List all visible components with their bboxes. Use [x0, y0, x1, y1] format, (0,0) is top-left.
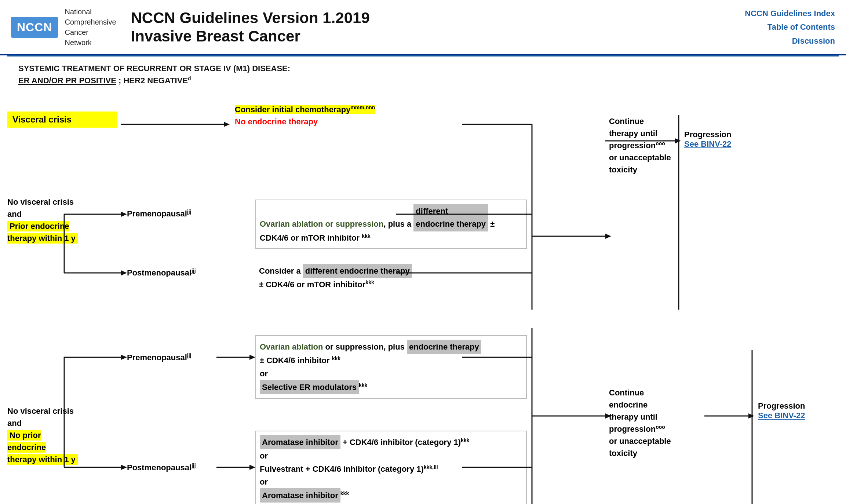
svg-marker-18	[121, 355, 127, 360]
header: NCCN National Comprehensive Cancer Netwo…	[0, 0, 846, 55]
see-binv22-link-1[interactable]: See BINV-22	[684, 139, 731, 149]
nccn-guidelines-index-link[interactable]: NCCN Guidelines Index	[745, 7, 835, 20]
ovarian-ablation-2-block: Ovarian ablation or suppression, plus en…	[255, 335, 527, 399]
visceral-crisis-row: Visceral crisis	[7, 112, 117, 128]
section-title: SYSTEMIC TREATMENT OF RECURRENT OR STAGE…	[7, 56, 839, 90]
page-content: SYSTEMIC TREATMENT OF RECURRENT OR STAGE…	[0, 56, 846, 90]
see-binv22-link-2[interactable]: See BINV-22	[758, 411, 805, 420]
postmenopausal-2-row: Postmenopausaljjj	[127, 462, 196, 472]
premenopausal-1-row: Premenopausaljjj	[127, 209, 192, 219]
postmeno-therapy-1-block: Consider a different endocrine therapy± …	[255, 260, 527, 295]
premenopausal-2-row: Premenopausaljjj	[127, 352, 192, 362]
progression-1: Progression See BINV-22	[684, 130, 758, 149]
postmenopausal-1-row: Postmenopausaljjj	[127, 267, 196, 277]
svg-marker-24	[249, 465, 255, 470]
no-endocrine-label: No endocrine therapy	[235, 117, 318, 126]
svg-marker-9	[121, 270, 127, 275]
ovarian-ablation-1-block: Ovarian ablation or suppression, plus a …	[255, 200, 527, 249]
discussion-link[interactable]: Discussion	[745, 34, 835, 48]
svg-marker-20	[121, 465, 127, 470]
postmeno-2-block: Aromatase inhibitor + CDK4/6 inhibitor (…	[255, 431, 527, 504]
svg-marker-31	[748, 413, 754, 419]
svg-marker-22	[249, 355, 255, 360]
chemo-treatment-block: Consider initial chemotherapymmm,nnn No …	[230, 101, 457, 131]
svg-marker-15	[605, 234, 611, 239]
no-visceral-prior-label: No visceral crisisandPrior endocrinether…	[7, 196, 117, 244]
svg-marker-1	[224, 122, 230, 127]
page-wrapper: NCCN National Comprehensive Cancer Netwo…	[0, 0, 846, 90]
header-nav: NCCN Guidelines Index Table of Contents …	[745, 7, 835, 48]
progression-2: Progression See BINV-22	[758, 401, 831, 420]
continue-therapy-1: Continuetherapy untilprogressionoooor un…	[609, 115, 697, 176]
nccn-logo: NCCN	[11, 17, 58, 38]
svg-marker-7	[121, 212, 127, 217]
no-visceral-no-prior-label: No visceral crisisandNo priorendocrineth…	[7, 405, 117, 465]
org-name: National Comprehensive Cancer Network	[65, 7, 116, 48]
table-of-contents-link[interactable]: Table of Contents	[745, 20, 835, 34]
header-title: NCCN Guidelines Version 1.2019 Invasive …	[131, 9, 745, 46]
chemo-label: Consider initial chemotherapymmm,nnn	[235, 105, 375, 114]
visceral-crisis-label: Visceral crisis	[7, 112, 117, 128]
continue-endocrine: Continueendocrinetherapy untilprogressio…	[609, 387, 704, 459]
